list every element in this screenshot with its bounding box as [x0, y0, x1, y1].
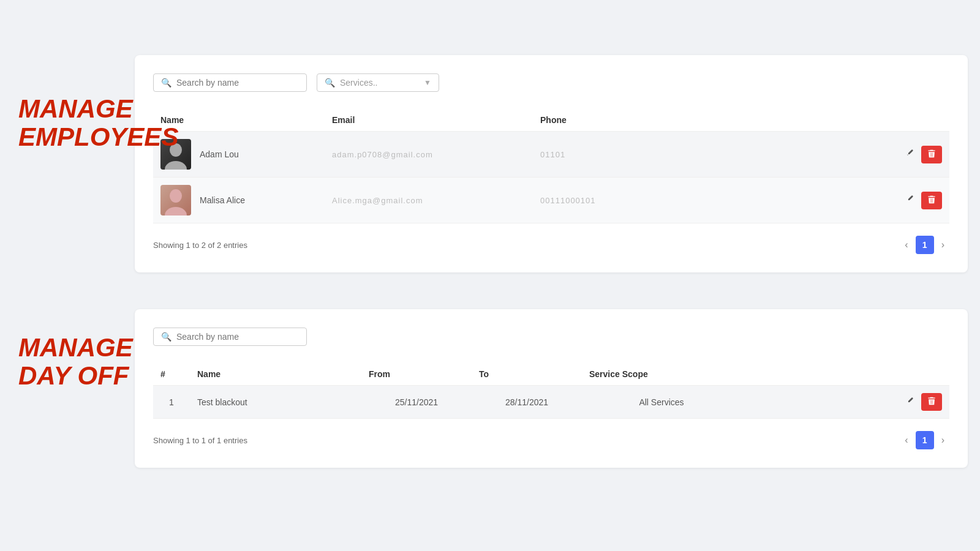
- svg-point-3: [165, 207, 187, 216]
- svg-point-1: [165, 161, 187, 170]
- services-select-wrap: 🔍 Services.. Service 1 Service 2 ▼: [317, 73, 439, 92]
- employee-name-cell: Malisa Alice: [153, 178, 325, 223]
- blurred-phone: 01101: [540, 150, 565, 159]
- delete-button[interactable]: [921, 146, 942, 163]
- dayoff-search-row: 🔍: [153, 328, 949, 346]
- next-page-button[interactable]: ›: [937, 432, 949, 448]
- entries-count: Showing 1 to 2 of 2 entries: [153, 241, 247, 250]
- pagination: ‹ 1 ›: [900, 236, 949, 254]
- dayoff-search-input[interactable]: [176, 332, 299, 342]
- manage-employees-label: Manage Employees: [18, 95, 178, 151]
- entries-count: Showing 1 to 1 of 1 entries: [153, 436, 247, 445]
- col-header-actions: [655, 109, 949, 132]
- blurred-email: adam.p0708@gmail.com: [332, 150, 433, 159]
- employee-name-cell: Adam Lou: [153, 132, 325, 177]
- search-icon: 🔍: [161, 332, 172, 342]
- delete-button[interactable]: [921, 393, 942, 411]
- dayoff-table: # Name From To Service Scope 1 Test blac…: [153, 363, 949, 419]
- svg-point-2: [170, 189, 182, 203]
- col-header-actions: [741, 363, 949, 386]
- edit-icon: [905, 397, 914, 405]
- prev-page-button[interactable]: ‹: [900, 432, 913, 448]
- blurred-phone: 00111000101: [540, 196, 596, 205]
- employees-table-footer: Showing 1 to 2 of 2 entries ‹ 1 ›: [153, 236, 949, 254]
- dayoff-from-cell: 25/11/2021: [361, 386, 472, 419]
- delete-icon: [927, 397, 936, 405]
- table-row: Malisa Alice Alice.mga@gmail.com 0011100…: [153, 178, 949, 223]
- next-page-button[interactable]: ›: [937, 237, 949, 253]
- services-search-icon: 🔍: [325, 78, 335, 88]
- edit-icon: [905, 149, 914, 157]
- col-header-scope: Service Scope: [582, 363, 741, 386]
- avatar: [160, 185, 191, 216]
- action-buttons: [663, 192, 942, 209]
- edit-button[interactable]: [903, 192, 916, 209]
- dayoff-to-cell: 28/11/2021: [472, 386, 582, 419]
- employee-phone-cell: 01101: [533, 132, 655, 178]
- employees-table: Name Email Phone: [153, 109, 949, 223]
- dayoff-scope-cell: All Services: [582, 386, 741, 419]
- blurred-email: Alice.mga@gmail.com: [332, 196, 423, 205]
- employee-actions-cell: [655, 132, 949, 178]
- dayoff-table-footer: Showing 1 to 1 of 1 entries ‹ 1 ›: [153, 431, 949, 449]
- current-page[interactable]: 1: [916, 236, 934, 254]
- search-icon: 🔍: [161, 78, 172, 88]
- employees-panel: 🔍 🔍 Services.. Service 1 Service 2 ▼ Nam…: [135, 55, 968, 272]
- delete-icon: [927, 149, 936, 158]
- dayoff-search-wrap: 🔍: [153, 328, 307, 346]
- col-header-to: To: [472, 363, 582, 386]
- prev-page-button[interactable]: ‹: [900, 237, 913, 253]
- table-row: 1 Test blackout 25/11/2021 28/11/2021 Al…: [153, 386, 949, 419]
- dayoff-id-cell: 1: [153, 386, 190, 419]
- services-dropdown[interactable]: Services.. Service 1 Service 2: [340, 78, 419, 88]
- employee-phone-cell: 00111000101: [533, 178, 655, 223]
- current-page[interactable]: 1: [916, 431, 934, 449]
- col-header-name: Name: [190, 363, 361, 386]
- dayoff-name-cell: Test blackout: [190, 386, 361, 419]
- col-header-phone: Phone: [533, 109, 655, 132]
- dayoff-actions-cell: [741, 386, 949, 419]
- action-buttons: [748, 393, 942, 411]
- col-header-from: From: [361, 363, 472, 386]
- table-row: Adam Lou adam.p0708@gmail.com 01101: [153, 132, 949, 178]
- col-header-hash: #: [153, 363, 190, 386]
- employee-actions-cell: [655, 178, 949, 223]
- employee-email-cell: adam.p0708@gmail.com: [325, 132, 533, 178]
- dayoff-panel: 🔍 # Name From To Service Scope 1 Test: [135, 309, 968, 468]
- action-buttons: [663, 146, 942, 163]
- pagination: ‹ 1 ›: [900, 431, 949, 449]
- employee-email-cell: Alice.mga@gmail.com: [325, 178, 533, 223]
- employees-search-wrap: 🔍: [153, 73, 307, 92]
- delete-icon: [927, 195, 936, 204]
- col-header-name: Name: [153, 109, 325, 132]
- edit-button[interactable]: [903, 393, 916, 411]
- edit-icon: [905, 195, 914, 203]
- employees-search-row: 🔍 🔍 Services.. Service 1 Service 2 ▼: [153, 73, 949, 92]
- edit-button[interactable]: [903, 146, 916, 163]
- col-header-email: Email: [325, 109, 533, 132]
- dropdown-arrow-icon: ▼: [424, 78, 431, 87]
- delete-button[interactable]: [921, 192, 942, 209]
- employees-search-input[interactable]: [176, 78, 299, 88]
- manage-dayoff-label: Manage Day Off: [18, 334, 133, 390]
